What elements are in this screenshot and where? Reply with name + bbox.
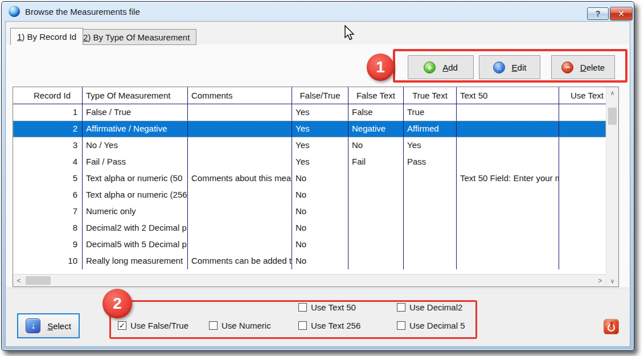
table-cell [404, 253, 457, 269]
table-cell: Fail / Pass [83, 154, 188, 170]
edit-button[interactable]: △ Edit [479, 55, 540, 79]
checkbox-use-text-256[interactable]: Use Text 256 [298, 320, 360, 330]
exit-power-button[interactable] [604, 319, 619, 334]
checkbox-label: Use Decimal2 [409, 302, 462, 312]
tab-by-record-id[interactable]: 1) By Record Id [10, 28, 83, 45]
table-cell: Affirmative / Negative [83, 121, 188, 137]
table-row[interactable]: 3No / YesYesNoYes [13, 137, 606, 154]
column-header-comments[interactable]: Comments [188, 87, 292, 104]
add-label: Add [442, 63, 458, 72]
table-cell: Comments about this mea [188, 170, 292, 187]
close-button[interactable]: ✕ [610, 7, 633, 21]
table-row[interactable]: 9Decimal5 with 5 Decimal pNo [13, 236, 606, 253]
checkbox-box[interactable] [397, 303, 405, 312]
horizontal-scroll-thumb[interactable] [26, 276, 51, 285]
table-cell [188, 236, 292, 253]
table-cell: Yes [292, 104, 348, 121]
checkbox-box[interactable] [209, 321, 218, 330]
table-cell [559, 236, 606, 253]
table-cell: 9 [13, 236, 83, 253]
table-cell [457, 104, 559, 121]
table-cell: 1 [13, 104, 83, 121]
checkbox-use-false-true[interactable]: ✓Use False/True [118, 320, 188, 330]
client-area: 1) By Record Id 2) By Type Of Measuremen… [5, 21, 630, 347]
scroll-up-icon[interactable]: ∧ [606, 87, 618, 99]
table-cell [348, 253, 404, 269]
vertical-scrollbar[interactable]: ∧ ∨ [606, 87, 618, 287]
tab-by-type-of-measurement[interactable]: 2) By Type Of Measurement [76, 29, 196, 45]
select-button[interactable]: ↓ Select [17, 313, 80, 338]
checkbox-use-decimal2[interactable]: Use Decimal2 [397, 302, 462, 312]
table-cell: Really long measurement [83, 253, 188, 269]
table-row[interactable]: 2Affirmative / NegativeYesNegativeAffirm… [13, 121, 606, 137]
scroll-down-icon[interactable]: ∨ [606, 275, 618, 287]
checkbox-use-decimal-5[interactable]: Use Decimal 5 [397, 320, 465, 330]
checkbox-box[interactable] [298, 321, 307, 330]
edit-triangle-icon: △ [493, 62, 505, 73]
edit-label: Edit [512, 63, 527, 72]
table-row[interactable]: 4Fail / PassYesFailPass [13, 154, 606, 170]
table-cell: Text alpha or numeric (50 [83, 170, 188, 187]
column-header-false-true[interactable]: False/True [292, 87, 348, 104]
table-cell [457, 220, 559, 236]
add-button[interactable]: + Add [408, 55, 474, 79]
table-cell [348, 170, 404, 187]
column-header-type-of-measurement[interactable]: Type Of Measurement [83, 87, 188, 104]
help-button[interactable]: ? [587, 7, 609, 20]
table-cell: 4 [13, 154, 83, 170]
table-cell [457, 154, 559, 170]
table-row[interactable]: 8Decimal2 with 2 Decimal pNo [13, 220, 606, 236]
table-cell [188, 220, 292, 236]
table-cell [348, 203, 404, 220]
table-cell [457, 203, 559, 220]
table-cell [188, 121, 292, 137]
table-cell [559, 203, 606, 220]
table-cell [457, 187, 559, 203]
column-header-text-50[interactable]: Text 50 [457, 87, 559, 104]
checkbox-box[interactable] [298, 303, 307, 312]
scroll-right-icon[interactable]: > [594, 275, 606, 287]
delete-button[interactable]: − Delete [551, 55, 615, 79]
select-label: Select [47, 321, 71, 331]
column-header-record-id[interactable]: Record Id [13, 87, 83, 104]
table-cell: Text 50 Field: Enter your m [457, 170, 559, 187]
table-cell: Pass [404, 154, 457, 170]
table-row[interactable]: 1False / TrueYesFalseTrue [13, 104, 606, 121]
table-row[interactable]: 10Really long measurementComments can be… [13, 253, 606, 269]
table-cell: True [404, 104, 457, 121]
table-cell: No [292, 203, 348, 220]
table-row[interactable]: 7Numeric onlyNo [13, 203, 606, 220]
checkbox-box[interactable]: ✓ [118, 321, 126, 330]
table-cell: No [292, 220, 348, 236]
horizontal-scrollbar[interactable]: < > [13, 274, 606, 287]
table-cell: Numeric only [83, 203, 188, 220]
table-row[interactable]: 6Text alpha or numeric (256No [13, 187, 606, 203]
checkbox-box[interactable] [397, 321, 405, 330]
table-cell: Negative [348, 121, 404, 137]
table-cell [457, 137, 559, 154]
tab-label: ) By Record Id [22, 32, 76, 42]
table-row[interactable]: 5Text alpha or numeric (50Comments about… [13, 170, 606, 187]
table-cell: No [292, 170, 348, 187]
table-cell [348, 236, 404, 253]
table-cell [559, 170, 606, 187]
column-header-use-text[interactable]: Use Text [559, 87, 606, 104]
column-header-true-text[interactable]: True Text [404, 87, 457, 104]
column-header-false-text[interactable]: False Text [348, 87, 404, 104]
checkbox-use-text-50[interactable]: Use Text 50 [298, 302, 356, 312]
title-bar[interactable]: Browse the Measurements file [2, 2, 634, 21]
table-cell: 3 [13, 137, 83, 154]
vertical-scroll-thumb[interactable] [608, 108, 617, 125]
table-cell [457, 121, 559, 137]
table-cell [404, 236, 457, 253]
table-cell [404, 203, 457, 220]
dialog-window: Browse the Measurements file ? ✕ 1) By R… [1, 1, 634, 351]
table-cell [404, 187, 457, 203]
scroll-left-icon[interactable]: < [13, 275, 24, 287]
table-cell [559, 154, 606, 170]
add-plus-icon: + [424, 62, 436, 73]
table-cell: Affirmed [404, 121, 457, 137]
table-cell [559, 121, 606, 137]
checkbox-use-numeric[interactable]: Use Numeric [209, 320, 271, 330]
table-cell: No [292, 236, 348, 253]
